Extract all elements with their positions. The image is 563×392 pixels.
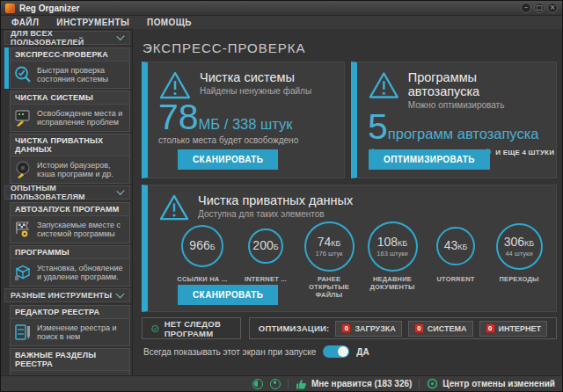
traces-status-box: НЕТ СЛЕДОВ ПРОГРАММ [142, 317, 241, 339]
undo-center-button[interactable]: Центр отмены изменений [427, 378, 555, 389]
item-desc: Установка, обновление и удаление програм… [37, 264, 127, 282]
startup-toggle-state: ДА [356, 347, 369, 357]
system-clean-stats: 78МБ / 338 штук [148, 100, 344, 134]
sidebar-item-programs[interactable]: ПРОГРАММЫ Установка, обновление и удален… [4, 245, 130, 287]
circle-value: 966 [189, 238, 209, 252]
check-circle-icon [151, 323, 159, 335]
circle-value: 200 [252, 238, 273, 252]
optimizations-box: ОПТИМИЗАЦИИ: 0 ЗАГРУЗКА 0 СИСТЕМА 0 ИНТЕ… [249, 317, 557, 339]
chip-label: И ЕЩЕ 4 ШТУКИ [495, 149, 554, 156]
badge-system[interactable]: 0 СИСТЕМА [408, 321, 473, 337]
big-value-rest: МБ / 338 штук [199, 116, 293, 132]
optimize-button[interactable]: ОПТИМИЗИРОВАТЬ [369, 149, 490, 170]
item-desc: Изменение реестра и поиск в нем [37, 323, 127, 342]
zero-count-icon: 0 [486, 323, 495, 333]
like-button[interactable]: Мне нравится (183 326) [296, 379, 412, 389]
window-controls: – □ × [521, 3, 558, 13]
stat-circle[interactable]: 306КБ 44 штуки ПЕРЕХОДЫ [487, 220, 551, 283]
undo-circle-icon [427, 378, 438, 389]
sidebar-item-express-check[interactable]: ЭКСПРЕСС-ПРОВЕРКА Быстрая проверка состо… [4, 47, 130, 89]
sidebar-section-all-users[interactable]: ДЛЯ ВСЕХ ПОЛЬЗОВАТЕЛЕЙ [4, 31, 130, 45]
circle-value: 43 [444, 238, 458, 252]
big-value-rest: программ автозапуска [388, 126, 539, 142]
sidebar-section-advanced-users[interactable]: ОПЫТНЫМ ПОЛЬЗОВАТЕЛЯМ [4, 185, 130, 200]
circle-value: 74 [318, 235, 332, 249]
app-logo-icon [5, 4, 15, 13]
optimizations-label: ОПТИМИЗАЦИИ: [259, 323, 330, 333]
flag-gear-icon [13, 220, 33, 239]
thumbs-up-icon [296, 379, 307, 389]
badge-startup[interactable]: 0 ЗАГРУЗКА [335, 321, 401, 337]
item-label: АВТОЗАПУСК ПРОГРАММ [11, 203, 129, 216]
autorun-more-chip[interactable]: ⚙ И ЕЩЕ 4 ШТУКИ [483, 148, 554, 157]
circle-label: НЕДАВНИЕ ДОКУМЕНТЫ [361, 275, 424, 291]
status-bar: Мне нравится (183 326) Центр отмены изме… [1, 375, 562, 391]
monitor-brush-icon [13, 108, 33, 127]
warning-triangle-icon [368, 70, 400, 100]
maximize-button[interactable]: □ [534, 3, 545, 13]
zero-count-icon: 0 [341, 323, 351, 333]
item-label: ЧИСТКА СИСТЕМЫ [11, 91, 129, 105]
like-label: Мне нравится (183 326) [311, 379, 412, 388]
sidebar-item-registry-editor[interactable]: РЕДАКТОР РЕЕСТРА Изменение реестра и пои… [4, 305, 130, 346]
social-icon-1[interactable] [252, 379, 263, 389]
app-window: Reg Organizer – □ × ФАЙЛ ИНСТРУМЕНТЫ ПОМ… [0, 0, 563, 392]
section-header-label: РАЗНЫЕ ИНСТРУМЕНТЫ [11, 291, 112, 300]
circle-label: ССЫЛКИ НА ... [177, 275, 227, 283]
item-label: ВАЖНЫЕ РАЗДЕЛЫ РЕЕСТРА [11, 349, 129, 371]
private-data-card: Чистка приватных данных Доступна для так… [142, 185, 557, 312]
chevron-down-icon [116, 290, 125, 299]
circle-count: 163 штуки [377, 250, 407, 258]
menu-help[interactable]: ПОМОЩЬ [147, 18, 192, 27]
card-title: Программы автозапуска [408, 70, 547, 98]
item-desc: Запускаемые вместе с системой программы [37, 221, 127, 239]
sidebar-item-autorun[interactable]: АВТОЗАПУСК ПРОГРАММ Запускаемые вместе с… [4, 202, 130, 243]
stat-circle[interactable]: 200Б INTERNET ... [234, 220, 297, 283]
main-panel: ЭКСПРЕСС-ПРОВЕРКА Чистка системы Найдены… [133, 29, 562, 375]
sidebar-item-private-clean[interactable]: ЧИСТКА ПРИВАТНЫХ ДАННЫХ Истории браузеро… [4, 134, 130, 184]
big-value: 78 [158, 97, 199, 137]
scan-system-button[interactable]: СКАНИРОВАТЬ [178, 149, 278, 170]
circle-label: РАНЕЕ ОТКРЫТЫЕ ФАЙЛЫ [297, 275, 361, 299]
item-label: ЭКСПРЕСС-ПРОВЕРКА [11, 48, 129, 62]
card-subtitle: Можно оптимизировать [408, 100, 547, 110]
page-title: ЭКСПРЕСС-ПРОВЕРКА [143, 40, 306, 55]
startup-toggle-row: Всегда показывать этот экран при запуске… [143, 345, 369, 358]
scan-private-button[interactable]: СКАНИРОВАТЬ [178, 285, 278, 305]
title-bar: Reg Organizer – □ × [1, 1, 562, 16]
item-label: ЧИСТКА ПРИВАТНЫХ ДАННЫХ [11, 134, 129, 156]
autorun-card: Программы автозапуска Можно оптимизирова… [351, 62, 557, 178]
warning-triangle-icon [158, 193, 190, 221]
menu-tools[interactable]: ИНСТРУМЕНТЫ [56, 18, 129, 27]
badge-label: ЗАГРУЗКА [355, 324, 395, 333]
stat-circle[interactable]: 966Б ССЫЛКИ НА ... [171, 220, 234, 283]
badge-label: ИНТЕРНЕТ [499, 324, 541, 333]
circle-unit: Б [274, 243, 279, 251]
startup-toggle[interactable] [323, 345, 349, 358]
sidebar-item-system-clean[interactable]: ЧИСТКА СИСТЕМЫ Освобождение места и испр… [4, 91, 130, 132]
close-button[interactable]: × [547, 3, 558, 13]
card-subtitle: Доступна для таких элементов [198, 209, 353, 219]
autorun-stats: 5программ автозапуска [357, 110, 556, 143]
traces-label: НЕТ СЛЕДОВ ПРОГРАММ [165, 319, 231, 338]
sidebar-section-misc-tools[interactable]: РАЗНЫЕ ИНСТРУМЕНТЫ [4, 288, 130, 302]
stat-circle[interactable]: 108КБ 163 штуки НЕДАВНИЕ ДОКУМЕНТЫ [361, 220, 424, 291]
system-clean-card: Чистка системы Найдены ненужные файлы 78… [142, 62, 345, 178]
software-box-icon [13, 263, 33, 282]
badge-internet[interactable]: 0 ИНТЕРНЕТ [479, 321, 547, 337]
menu-file[interactable]: ФАЙЛ [11, 18, 39, 27]
social-icon-2[interactable] [270, 379, 281, 389]
circle-unit: КБ [524, 239, 534, 248]
circle-unit: КБ [398, 239, 407, 248]
big-value: 5 [368, 106, 388, 147]
stat-circle[interactable]: 74КБ 176 штук РАНЕЕ ОТКРЫТЫЕ ФАЙЛЫ [297, 220, 361, 299]
item-desc: Истории браузеров, кэша программ и др. [37, 161, 127, 179]
circle-label: INTERNET ... [245, 275, 287, 283]
circle-value: 306 [504, 235, 524, 249]
stat-circle[interactable]: 43КБ UTORRENT [424, 220, 487, 283]
circle-value: 108 [377, 235, 398, 249]
minimize-button[interactable]: – [521, 3, 531, 13]
item-label: ПРОГРАММЫ [11, 246, 129, 259]
card-title: Чистка системы [200, 70, 311, 84]
circle-label: ПЕРЕХОДЫ [499, 275, 538, 283]
